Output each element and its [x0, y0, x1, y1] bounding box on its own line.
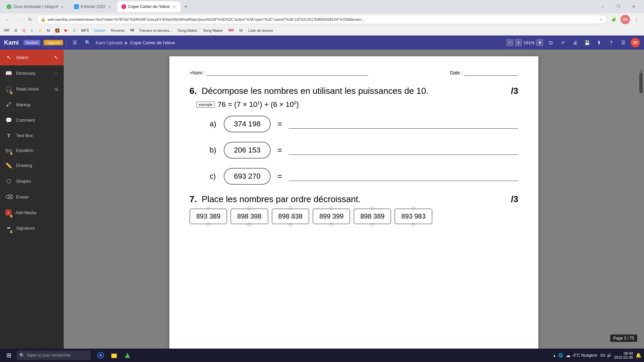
- sidebar-item-drawing[interactable]: ✏️ Drawing: [0, 158, 64, 173]
- question-6-body: Décompose les nombres en utilisant les p…: [202, 86, 428, 96]
- document-header: +Nom : Date :: [190, 70, 518, 76]
- user-avatar[interactable]: ZD: [631, 38, 640, 47]
- refresh-button[interactable]: ↻: [25, 15, 35, 24]
- kami-toolbar: Kami Student Upgrade ☰ 🔍 Kami Uploads ▶ …: [0, 36, 644, 50]
- tab2-label: 8 février 2022: [81, 4, 105, 9]
- search-placeholder: Taper ici pour rechercher: [26, 353, 71, 358]
- question-7-header: 7. Place les nombres par ordre décroissa…: [190, 194, 518, 204]
- search-bar[interactable]: 🔍 Taper ici pour rechercher: [17, 351, 91, 360]
- zoom-controls: − + 181% ▾: [506, 39, 543, 46]
- answer-b-line: [289, 145, 518, 155]
- bookmark-wr[interactable]: WR: [227, 28, 235, 33]
- sidebar-item-add-media[interactable]: + Add Media 🔒: [0, 205, 64, 220]
- profile-icon[interactable]: ZD: [621, 15, 630, 24]
- download-button[interactable]: ⬇: [594, 38, 604, 47]
- minimize-button[interactable]: ─: [595, 0, 610, 13]
- nom-field: +Nom :: [190, 70, 368, 76]
- keyboard-icon[interactable]: ⌨: [600, 353, 605, 358]
- add-media-lock-icon: 🔒: [9, 214, 13, 218]
- page-badge: Page 3 / 75: [610, 335, 637, 342]
- sidebar-item-dictionary[interactable]: 📖 Dictionary ☞: [0, 65, 64, 81]
- forward-button[interactable]: →: [14, 15, 23, 24]
- question-7-body: Place les nombres par ordre décroissant.: [202, 194, 361, 204]
- sidebar-item-select[interactable]: ↖ Select ↖: [0, 50, 64, 65]
- example-row: exemple 76 = (7 × 101) + (6 × 100): [196, 100, 518, 109]
- restore-button[interactable]: ❐: [610, 0, 626, 13]
- bookmark-songmaker1[interactable]: Song Maker: [176, 28, 199, 33]
- help-button[interactable]: ?: [606, 38, 616, 47]
- taskbar-app3[interactable]: [121, 349, 133, 361]
- bookmark-o[interactable]: O: [37, 28, 43, 33]
- sidebar-item-signature[interactable]: ✒ Signature 🔒: [0, 220, 64, 236]
- taskbar-browser[interactable]: [95, 349, 107, 361]
- start-button[interactable]: ⊞: [3, 349, 15, 361]
- new-tab-button[interactable]: +: [182, 3, 190, 11]
- bookmark-w[interactable]: W: [238, 28, 244, 33]
- sidebar-item-markup[interactable]: 🖍 Markup: [0, 97, 64, 112]
- taskbar-file-explorer[interactable]: [108, 349, 120, 361]
- scroll-number-1: 893 389: [190, 208, 227, 224]
- share-button[interactable]: ⇗: [558, 38, 568, 47]
- sidebar: ↖ Select ↖ 📖 Dictionary ☞ 🎧 Read Aloud ⊞…: [0, 50, 64, 362]
- more-menu-button[interactable]: ☰: [619, 38, 628, 47]
- scroll-track[interactable]: [639, 70, 643, 93]
- sidebar-item-read-aloud[interactable]: 🎧 Read Aloud ⊞ 🔒: [0, 81, 64, 97]
- menu-button[interactable]: ⋮: [632, 15, 641, 24]
- bookmark-quizlet[interactable]: Quizlet: [93, 28, 107, 33]
- tab2-close[interactable]: ✕: [107, 4, 112, 9]
- extensions-icon[interactable]: 🧩: [609, 15, 619, 24]
- bookmark-star[interactable]: ☆: [599, 17, 603, 22]
- bookmark-q[interactable]: Q: [21, 28, 27, 33]
- answer-a-equals: =: [277, 119, 282, 129]
- zoom-dropdown-button[interactable]: ▾: [536, 39, 543, 46]
- bookmark-mp3[interactable]: MP3: [80, 28, 90, 33]
- sidebar-item-dictionary-label: Dictionary: [16, 71, 36, 76]
- back-button[interactable]: ←: [3, 15, 12, 24]
- breadcrumb-separator: ▶: [125, 40, 128, 45]
- bookmark-g2[interactable]: 🗺: [129, 28, 135, 33]
- sidebar-item-text-box[interactable]: T Text Box: [0, 128, 64, 143]
- fit-page-button[interactable]: ⊡: [546, 38, 555, 47]
- systray-arrow[interactable]: ▲: [553, 354, 556, 357]
- browser-tab-1[interactable]: Z Zone d'entraide | Alloprof ✕: [3, 1, 69, 12]
- browser-tab-3[interactable]: K Copie Cahier de l'élève ✕: [117, 1, 180, 12]
- save-button[interactable]: 💾: [582, 38, 592, 47]
- bookmark-songmaker2[interactable]: Song Maker: [202, 28, 224, 33]
- notification-center[interactable]: 🔔: [636, 353, 641, 358]
- zoom-out-button[interactable]: −: [506, 39, 514, 46]
- bookmark-reverso[interactable]: Reverso: [110, 28, 126, 33]
- clock[interactable]: 09:40 2022-02-08: [614, 351, 633, 359]
- kami-upgrade-button[interactable]: Upgrade: [44, 40, 63, 45]
- bookmark-c[interactable]: C: [29, 28, 35, 33]
- sidebar-item-add-media-label: Add Media: [15, 210, 36, 215]
- search-icon: 🔍: [19, 353, 24, 358]
- volume-icon[interactable]: 🔊: [607, 353, 611, 358]
- bookmark-b2[interactable]: B: [54, 28, 61, 33]
- bookmark-nm[interactable]: NM: [3, 28, 11, 33]
- zoom-in-button[interactable]: +: [515, 39, 522, 46]
- close-window-button[interactable]: ✕: [626, 0, 641, 13]
- browser-tab-2[interactable]: 8 8 février 2022 ✕: [70, 1, 116, 12]
- bookmark-m[interactable]: M: [46, 28, 51, 33]
- bookmark-b[interactable]: B: [13, 28, 18, 33]
- svg-marker-8: [125, 353, 130, 358]
- network-icon[interactable]: 🌐: [558, 353, 563, 358]
- print-button[interactable]: 🖨: [570, 38, 580, 47]
- sidebar-item-comment[interactable]: 💬 Comment: [0, 112, 64, 128]
- sidebar-item-shapes[interactable]: ⬡ Shapes: [0, 173, 64, 189]
- cursor-arrow-icon: ↖: [54, 54, 58, 61]
- sidebar-toggle-button[interactable]: ☰: [70, 38, 79, 47]
- bookmark-g[interactable]: G: [71, 28, 77, 33]
- sidebar-item-equation[interactable]: f(x) Equation 🔒: [0, 143, 64, 158]
- search-button[interactable]: 🔍: [83, 38, 92, 47]
- page-badge-current: 3: [624, 336, 626, 341]
- sidebar-item-eraser[interactable]: ⌫ Eraser: [0, 189, 64, 205]
- bookmark-travaux[interactable]: Travaux et devoirs...: [138, 28, 174, 33]
- bookmark-liste[interactable]: Liste de lecture: [247, 28, 275, 33]
- bookmark-yt[interactable]: ▶: [63, 27, 69, 33]
- tab3-close[interactable]: ✕: [172, 4, 176, 9]
- scroll-thumb[interactable]: [639, 73, 643, 93]
- breadcrumb-root[interactable]: Kami Uploads: [96, 40, 123, 45]
- tab1-close[interactable]: ✕: [60, 4, 65, 9]
- url-bar[interactable]: 🔒 web.kamihq.com/web/viewer.html?state=%…: [37, 15, 607, 24]
